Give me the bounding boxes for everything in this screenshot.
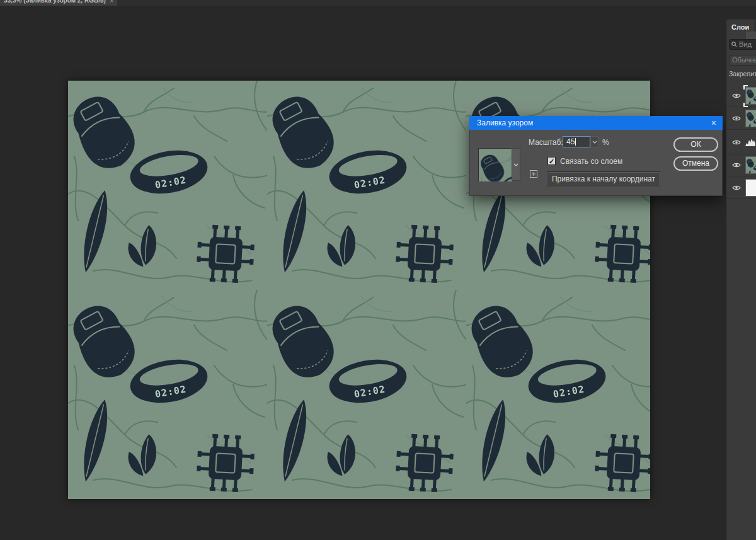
search-icon <box>731 42 737 47</box>
chevron-down-icon <box>513 163 518 166</box>
dialog-close-icon[interactable]: × <box>711 116 716 130</box>
pattern-swatch-preview <box>479 149 512 181</box>
document-tab[interactable]: 33,3% (Заливка узором 2, RGB/8) × <box>0 0 117 6</box>
layer-row[interactable] <box>726 108 756 130</box>
layer-visibility-eye-icon[interactable] <box>732 185 741 191</box>
layer-row[interactable] <box>726 154 756 176</box>
layer-row[interactable] <box>726 177 756 199</box>
pattern-fill-dialog: Заливка узором × Масштаб: 45 % ✓ Связать… <box>469 116 723 196</box>
document-tab-bar: 33,3% (Заливка узором 2, RGB/8) × <box>0 0 756 6</box>
dialog-title-bar[interactable]: Заливка узором × <box>469 116 723 130</box>
blend-mode-select[interactable]: Обычные <box>729 55 756 66</box>
snap-to-origin-button[interactable]: Привязка к началу координат <box>547 172 660 187</box>
layer-visibility-eye-icon[interactable] <box>732 93 741 99</box>
panel-tab-strip: Слои <box>726 19 756 35</box>
layer-thumbnail-pattern[interactable] <box>745 156 756 174</box>
document-tab-close-icon[interactable]: × <box>110 0 113 4</box>
link-with-layer-checkbox[interactable]: ✓ <box>547 157 556 165</box>
pattern-swatch[interactable] <box>478 148 511 181</box>
layer-visibility-eye-icon[interactable] <box>732 162 741 168</box>
cancel-button[interactable]: Отмена <box>673 156 718 171</box>
scale-label: Масштаб: <box>529 138 563 147</box>
layer-thumbnail-white[interactable] <box>745 179 756 197</box>
dialog-title: Заливка узором <box>477 118 533 127</box>
layer-thumbnail-histogram-icon[interactable] <box>745 138 755 146</box>
chevron-down-icon <box>592 141 597 144</box>
layer-row[interactable] <box>726 130 756 154</box>
pattern-picker-dropdown-button[interactable] <box>512 148 520 181</box>
layer-filter-field[interactable]: Вид <box>729 39 756 50</box>
layer-row[interactable] <box>726 85 756 107</box>
lock-label: Закрепить <box>729 70 756 78</box>
layers-panel: Слои Вид Обычные Закрепить <box>726 19 756 540</box>
panel-next-tab-partial[interactable] <box>746 32 756 39</box>
scale-dropdown-button[interactable] <box>590 136 598 147</box>
check-icon: ✓ <box>549 158 554 165</box>
layer-visibility-eye-icon[interactable] <box>732 115 741 122</box>
ok-button[interactable]: ОК <box>673 137 718 152</box>
percent-sign: % <box>602 138 609 147</box>
link-with-layer-label: Связать со слоем <box>560 157 622 166</box>
layer-visibility-eye-icon[interactable] <box>732 139 741 146</box>
layer-thumbnail-pattern[interactable] <box>745 110 756 127</box>
document-tab-title: 33,3% (Заливка узором 2, RGB/8) <box>4 0 117 4</box>
text-caret <box>575 138 576 146</box>
snap-origin-plus-icon[interactable] <box>530 169 537 180</box>
filter-label: Вид <box>739 40 752 49</box>
selected-layer-brackets <box>743 85 756 107</box>
plus-box-icon <box>530 170 537 178</box>
scale-input[interactable]: 45 <box>563 136 590 147</box>
